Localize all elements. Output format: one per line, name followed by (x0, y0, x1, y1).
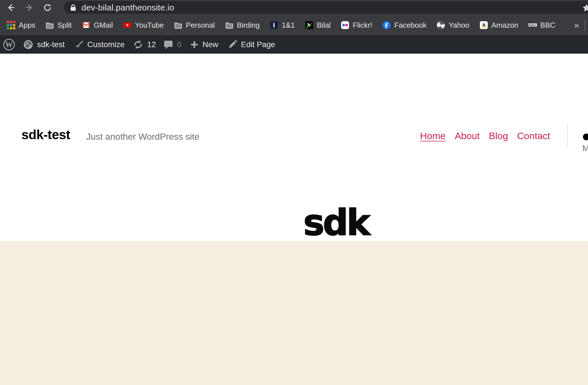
bookmark-flickr[interactable]: Flickr! (341, 21, 372, 30)
yahoo-globe-icon (437, 21, 445, 29)
bookmark-label: GMail (94, 21, 113, 30)
address-bar[interactable]: dev-bilal.pantheonsite.io (64, 1, 588, 14)
folder-icon (174, 21, 182, 29)
comments-bubble-icon (163, 39, 173, 50)
bookmarks-overflow-area: » (574, 19, 585, 31)
back-icon[interactable] (6, 3, 15, 12)
nav-contact[interactable]: Contact (517, 130, 550, 141)
bookmark-bbc[interactable]: B B C BBC (528, 21, 555, 30)
bookmark-apps[interactable]: Apps (7, 21, 35, 30)
wordpress-logo-icon: W (3, 38, 15, 51)
dashboard-gauge-icon (23, 40, 33, 50)
admin-customize[interactable]: Customize (74, 35, 125, 54)
svg-text:B: B (532, 24, 533, 27)
wp-logo-menu[interactable]: W (3, 35, 15, 54)
bookmark-star-icon[interactable] (582, 3, 588, 13)
bookmark-label: 1&1 (282, 21, 295, 30)
header-divider (567, 125, 568, 148)
header-partial-text: M (582, 143, 588, 153)
split-section: Split: sample_feature, Treatment = off E… (0, 241, 588, 385)
bookmark-folder-split[interactable]: Split (45, 21, 72, 30)
bookmark-label: Bilal (317, 21, 331, 30)
admin-site-name: sdk-test (37, 40, 65, 49)
sdk-logo: sdk (303, 205, 369, 240)
google-apps-grid-icon (7, 21, 15, 29)
1and1-icon (270, 21, 278, 29)
flickr-icon (341, 21, 349, 29)
lock-icon (70, 4, 76, 11)
site-header: sdk-test Just another WordPress site Hom… (0, 54, 588, 241)
nav-blog[interactable]: Blog (489, 130, 508, 141)
bookmark-label: Flickr! (353, 21, 372, 30)
forward-icon[interactable] (25, 3, 34, 12)
admin-site-menu[interactable]: sdk-test (23, 35, 65, 54)
bookmarks-bar: Apps Split GMail YouTube Personal Birdi (0, 15, 588, 35)
admin-updates-count: 12 (147, 40, 156, 49)
admin-new[interactable]: New (190, 35, 218, 54)
bookmarks-divider (585, 19, 585, 31)
bookmark-label: Birding (237, 21, 260, 30)
site-title[interactable]: sdk-test (21, 127, 70, 142)
primary-nav: Home About Blog Contact (420, 130, 550, 141)
nav-about[interactable]: About (455, 130, 480, 141)
bookmark-label: Split (57, 21, 72, 30)
svg-text:B: B (529, 24, 530, 27)
site-tagline: Just another WordPress site (86, 132, 199, 142)
bookmark-label: Facebook (394, 21, 426, 30)
youtube-icon (123, 21, 132, 29)
bookmark-folder-personal[interactable]: Personal (174, 21, 215, 30)
customize-brush-icon (74, 40, 84, 49)
plus-icon (190, 40, 199, 49)
admin-new-label: New (202, 40, 218, 49)
bookmark-bilal[interactable]: Bilal (305, 21, 331, 30)
bookmark-label: YouTube (135, 21, 164, 30)
admin-customize-label: Customize (87, 40, 125, 49)
url-text[interactable]: dev-bilal.pantheonsite.io (81, 3, 174, 12)
bookmark-label: BBC (540, 21, 555, 30)
bookmark-label: Amazon (491, 21, 518, 30)
bookmark-1and1[interactable]: 1&1 (270, 21, 295, 30)
bookmark-label: Apps (19, 21, 35, 30)
bookmark-youtube[interactable]: YouTube (123, 21, 164, 30)
reload-icon[interactable] (43, 3, 52, 12)
bookmark-facebook[interactable]: Facebook (382, 21, 426, 30)
pencil-icon (228, 40, 237, 49)
admin-comments[interactable]: 0 (163, 35, 182, 54)
amazon-icon: a (480, 21, 488, 29)
browser-toolbar: dev-bilal.pantheonsite.io (0, 0, 588, 15)
header-dot-icon[interactable] (583, 134, 588, 140)
bookmark-yahoo[interactable]: Yahoo (437, 21, 469, 30)
bookmark-folder-birding[interactable]: Birding (225, 21, 260, 30)
svg-text:a: a (482, 21, 485, 27)
wp-admin-bar: W sdk-test Customize 12 (0, 35, 588, 54)
admin-updates[interactable]: 12 (133, 35, 156, 54)
folder-icon (45, 21, 54, 29)
bookmark-label: Personal (186, 21, 215, 30)
admin-edit-page-label: Edit Page (241, 40, 275, 49)
bookmark-gmail[interactable]: GMail (82, 21, 113, 30)
nav-home[interactable]: Home (420, 130, 446, 141)
bookmark-amazon[interactable]: a Amazon (480, 21, 518, 30)
svg-text:C: C (535, 24, 536, 27)
updates-icon (133, 39, 143, 50)
gmail-icon (82, 21, 90, 29)
bookmark-label: Yahoo (448, 21, 469, 30)
bbc-icon: B B C (528, 21, 537, 29)
admin-comments-count: 0 (177, 40, 182, 49)
svg-text:W: W (5, 40, 13, 49)
bookmarks-overflow-chevron[interactable]: » (574, 20, 580, 30)
admin-edit-page[interactable]: Edit Page (228, 35, 275, 54)
folder-icon (225, 21, 234, 29)
facebook-icon (382, 21, 391, 29)
hummingbird-icon (305, 21, 313, 29)
